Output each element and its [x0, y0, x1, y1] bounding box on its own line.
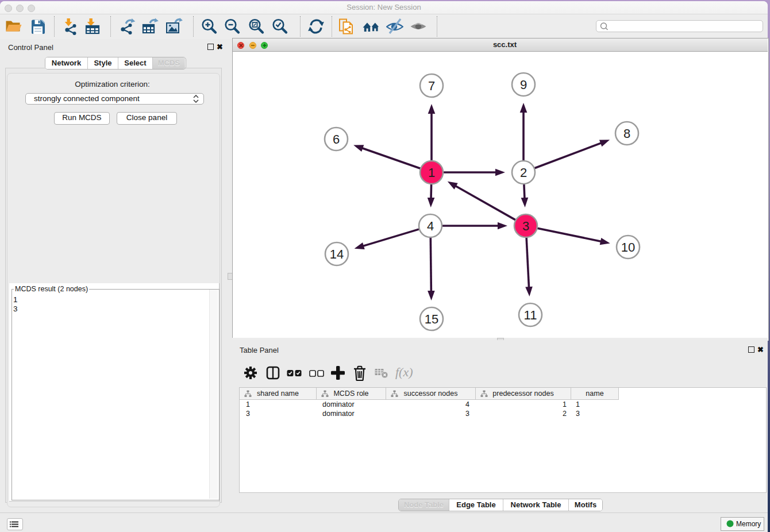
svg-text:1: 1 — [428, 165, 435, 180]
svg-text:6: 6 — [333, 132, 340, 147]
svg-text:2: 2 — [520, 165, 527, 180]
svg-text:14: 14 — [330, 247, 344, 261]
svg-text:10: 10 — [621, 240, 635, 255]
svg-text:8: 8 — [623, 126, 630, 141]
svg-text:3: 3 — [522, 219, 529, 233]
svg-text:11: 11 — [524, 308, 537, 322]
svg-text:15: 15 — [425, 312, 438, 326]
svg-text:9: 9 — [520, 78, 527, 92]
svg-text:7: 7 — [428, 79, 435, 93]
svg-text:4: 4 — [427, 219, 434, 233]
